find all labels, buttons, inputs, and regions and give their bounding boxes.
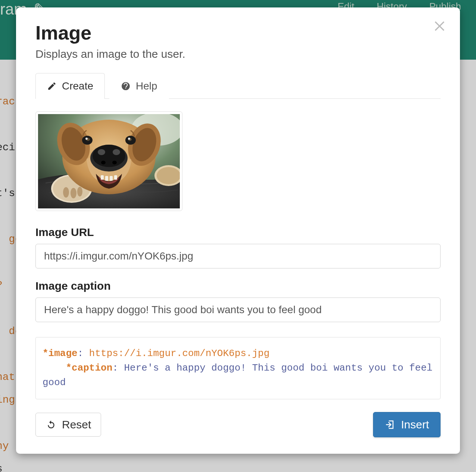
tab-create[interactable]: Create [35,73,105,99]
svg-point-6 [71,188,76,198]
code-caption-key: *caption [66,362,112,374]
svg-point-17 [98,149,105,155]
modal-title: Image [35,22,441,44]
reset-button[interactable]: Reset [35,413,101,437]
svg-point-18 [113,149,120,155]
svg-point-16 [93,145,125,167]
svg-point-27 [85,138,88,140]
svg-point-20 [112,161,117,164]
image-url-label: Image URL [35,226,441,239]
modal-backdrop[interactable]: Image Displays an image to the user. Cre… [0,0,476,472]
code-image-value: https://i.imgur.com/nYOK6ps.jpg [89,348,270,359]
refresh-icon [46,419,57,430]
svg-point-30 [128,138,130,140]
tab-create-label: Create [62,80,93,92]
code-image-key: *image [43,348,78,359]
modal-subtitle: Displays an image to the user. [35,48,441,60]
svg-rect-23 [110,176,113,181]
code-colon: : [78,348,89,359]
tabs: Create Help [35,73,441,99]
svg-rect-22 [105,176,108,181]
insert-button-label: Insert [401,418,429,431]
viewport: ram ✎ Edit History Publish rac eci t's g… [0,0,476,472]
image-caption-input[interactable] [35,298,441,322]
tab-help-label: Help [136,80,157,92]
tab-help[interactable]: Help [109,73,169,99]
question-circle-icon [121,81,131,91]
code-colon: : [112,362,124,374]
svg-point-19 [101,161,106,164]
image-preview [38,114,180,208]
pencil-icon [47,81,57,91]
svg-point-5 [63,187,69,198]
image-preview-frame [35,111,182,211]
image-caption-label: Image caption [35,280,441,292]
insert-button[interactable]: Insert [373,412,441,437]
svg-point-9 [157,167,180,184]
close-icon [432,19,447,34]
modal-footer: Reset Insert [35,412,441,437]
close-button[interactable] [432,19,447,34]
svg-rect-24 [114,175,117,180]
code-preview: *image: https://i.imgur.com/nYOK6ps.jpg … [35,337,441,399]
svg-point-7 [77,187,82,196]
image-modal: Image Displays an image to the user. Cre… [16,7,460,454]
image-url-input[interactable] [35,244,441,268]
insert-icon [385,419,396,430]
reset-button-label: Reset [62,418,91,431]
svg-rect-21 [101,175,104,180]
